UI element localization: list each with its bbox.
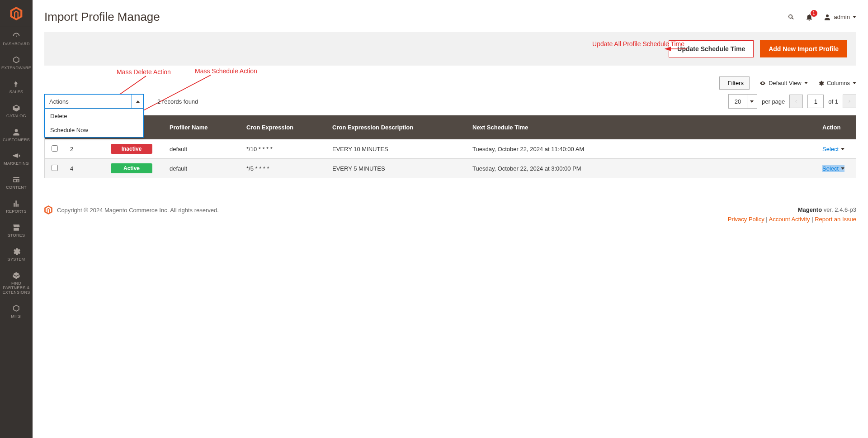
version-text: ver. 2.4.6-p3 (822, 206, 856, 213)
cell-action: Select (817, 139, 856, 159)
col-header-desc[interactable]: Cron Expression Description (327, 115, 467, 139)
notif-badge: 1 (811, 10, 817, 17)
cell-action: Select (817, 159, 856, 178)
table-row[interactable]: 4Activedefault*/5 * * * *EVERY 5 MINUTES… (45, 159, 856, 178)
filters-button[interactable]: Filters (719, 76, 750, 90)
chevron-right-icon (847, 99, 852, 104)
row-select-action[interactable]: Select (822, 146, 844, 152)
page-size-select[interactable]: 20 (728, 94, 757, 109)
table-row[interactable]: 2Inactivedefault*/10 * * * *EVERY 10 MIN… (45, 139, 856, 159)
sidebar-item-sales[interactable]: SALES (0, 75, 33, 99)
cell-cron: */5 * * * * (241, 159, 327, 178)
magento-logo-icon (44, 205, 52, 214)
grid-header-row: ID Status Profiler Name Cron Expression … (45, 115, 856, 139)
sidebar-item-marketing[interactable]: MARKETING (0, 147, 33, 171)
cell-cron: */10 * * * * (241, 139, 327, 159)
cell-next: Tuesday, October 22, 2024 at 11:40:00 AM (467, 139, 817, 159)
import-profiles-grid: ID Status Profiler Name Cron Expression … (44, 115, 856, 178)
caret-up-icon (136, 100, 140, 103)
grid-bottom-controls: Actions Delete Schedule Now 2 records fo… (44, 94, 856, 109)
sidebar-label: SALES (9, 90, 24, 95)
sidebar-label: REPORTS (6, 209, 26, 214)
grid-top-controls: Filters Default View Columns (44, 76, 856, 90)
admin-sidebar: DASHBOARD EXTENDWARE SALES CATALOG CUSTO… (0, 0, 33, 438)
sidebar-item-dashboard[interactable]: DASHBOARD (0, 27, 33, 51)
next-page-button[interactable] (843, 95, 856, 108)
cell-next: Tuesday, October 22, 2024 at 3:00:00 PM (467, 159, 817, 178)
sidebar-item-partners[interactable]: FIND PARTNERS & EXTENSIONS (0, 267, 33, 300)
chevron-left-icon (794, 99, 798, 104)
mass-actions-wrap: Actions Delete Schedule Now (44, 94, 144, 109)
cell-id: 4 (65, 159, 105, 178)
row-checkbox[interactable] (52, 145, 58, 152)
status-badge: Active (111, 163, 152, 173)
page-size-dropdown-toggle[interactable] (747, 95, 757, 108)
columns-label: Columns (827, 80, 850, 86)
user-area: 1 admin (787, 13, 856, 21)
mass-actions-toggle[interactable] (132, 95, 143, 108)
sidebar-label: CATALOG (6, 114, 26, 119)
status-badge: Inactive (111, 144, 152, 154)
annotation-mass-delete: Mass Delete Action (117, 68, 171, 76)
per-page-label: per page (762, 98, 785, 105)
cell-name: default (164, 159, 241, 178)
caret-down-icon (750, 100, 754, 103)
cell-status: Active (105, 159, 164, 178)
sidebar-item-reports[interactable]: REPORTS (0, 195, 33, 219)
mass-actions-select[interactable]: Actions (44, 94, 144, 109)
mass-actions-label: Actions (49, 98, 69, 105)
col-header-name[interactable]: Profiler Name (164, 115, 241, 139)
notifications-icon[interactable]: 1 (805, 13, 813, 21)
sidebar-item-catalog[interactable]: CATALOG (0, 99, 33, 123)
cell-id: 2 (65, 139, 105, 159)
col-header-cron[interactable]: Cron Expression (241, 115, 327, 139)
caret-down-icon (804, 82, 808, 84)
col-header-next[interactable]: Next Schedule Time (467, 115, 817, 139)
sidebar-label: CUSTOMERS (3, 138, 30, 143)
cell-status: Inactive (105, 139, 164, 159)
annotation-region: Update Schedule Time Add New Import Prof… (44, 32, 856, 109)
sidebar-item-content[interactable]: CONTENT (0, 171, 33, 195)
sidebar-item-system[interactable]: SYSTEM (0, 243, 33, 267)
sidebar-label: FIND PARTNERS & EXTENSIONS (1, 281, 32, 295)
mass-action-schedule-now[interactable]: Schedule Now (45, 123, 143, 137)
page-header: Import Profile Manage 1 admin (33, 0, 868, 32)
row-checkbox[interactable] (52, 165, 58, 171)
default-view-label: Default View (769, 80, 802, 86)
row-select-action[interactable]: Select (822, 165, 844, 172)
footer-link-privacy[interactable]: Privacy Policy (728, 216, 764, 223)
default-view-menu[interactable]: Default View (760, 80, 808, 86)
sidebar-label: EXTENDWARE (1, 66, 31, 71)
admin-account-menu[interactable]: admin (823, 13, 856, 21)
eye-icon (760, 80, 766, 86)
page-footer: Copyright © 2024 Magento Commerce Inc. A… (44, 205, 856, 224)
mass-actions-menu: Delete Schedule Now (44, 109, 144, 138)
caret-down-icon (841, 148, 844, 150)
footer-link-report[interactable]: Report an Issue (815, 216, 856, 223)
sidebar-label: CONTENT (6, 186, 27, 190)
mass-action-delete[interactable]: Delete (45, 109, 143, 123)
sidebar-item-extendware[interactable]: EXTENDWARE (0, 51, 33, 75)
sidebar-label: STORES (8, 233, 25, 238)
brand-name: Magento (798, 206, 822, 213)
update-schedule-time-button[interactable]: Update Schedule Time (669, 40, 754, 57)
prev-page-button[interactable] (789, 95, 803, 108)
pagination: 20 per page of 1 (728, 94, 856, 109)
sidebar-item-stores[interactable]: STORES (0, 219, 33, 243)
sidebar-item-customers[interactable]: CUSTOMERS (0, 123, 33, 147)
add-new-import-profile-button[interactable]: Add New Import Profile (760, 40, 847, 57)
search-icon[interactable] (787, 13, 795, 21)
page-number-input[interactable] (807, 95, 824, 108)
annotation-mass-schedule: Mass Schedule Action (195, 67, 257, 75)
copyright-text: Copyright © 2024 Magento Commerce Inc. A… (57, 207, 219, 214)
col-header-action[interactable]: Action (817, 115, 856, 139)
main-content: Import Profile Manage 1 admin Update Sch… (33, 0, 868, 438)
footer-link-activity[interactable]: Account Activity (769, 216, 810, 223)
sidebar-item-mhsi[interactable]: MHSI (0, 300, 33, 324)
action-bar: Update Schedule Time Add New Import Prof… (44, 32, 856, 66)
sidebar-label: DASHBOARD (3, 42, 30, 47)
magento-logo[interactable] (0, 0, 33, 27)
columns-menu[interactable]: Columns (818, 80, 856, 86)
sidebar-label: MHSI (11, 314, 22, 319)
sidebar-label: SYSTEM (8, 257, 25, 262)
